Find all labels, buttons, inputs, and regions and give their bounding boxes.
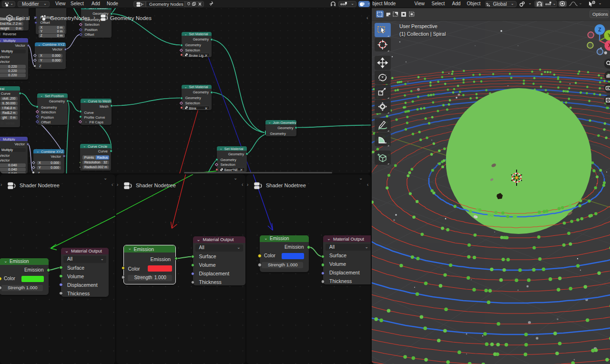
svg-text:X: X — [608, 42, 610, 48]
svg-text:Y: Y — [607, 32, 610, 38]
svg-text:Z: Z — [598, 27, 601, 32]
